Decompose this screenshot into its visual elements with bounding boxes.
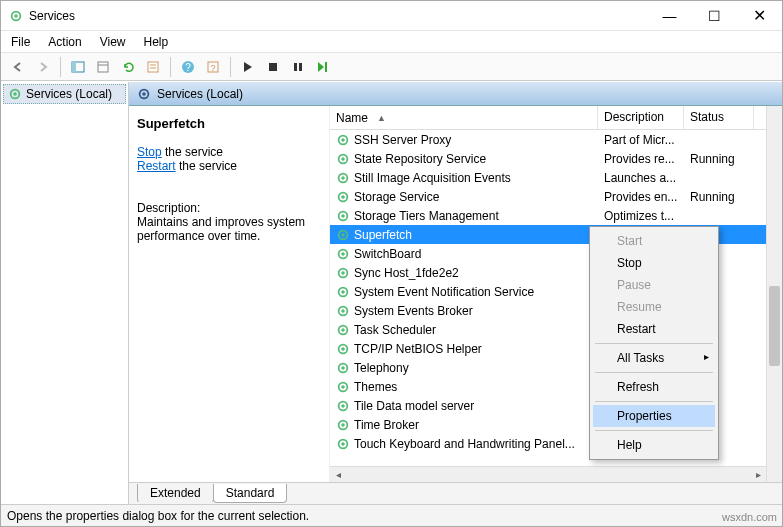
- cell-name: Task Scheduler: [354, 323, 436, 337]
- cell-description: Provides en...: [598, 190, 684, 204]
- svg-rect-14: [294, 63, 297, 71]
- svg-point-30: [341, 214, 345, 218]
- refresh-button[interactable]: [117, 56, 139, 78]
- help-button[interactable]: ?: [177, 56, 199, 78]
- cell-name: State Repository Service: [354, 152, 486, 166]
- cell-name: Sync Host_1fde2e2: [354, 266, 459, 280]
- minimize-button[interactable]: —: [647, 1, 692, 30]
- stop-suffix: the service: [162, 145, 223, 159]
- horizontal-scrollbar[interactable]: ◂ ▸: [330, 466, 766, 482]
- cell-name: System Events Broker: [354, 304, 473, 318]
- restart-service-button[interactable]: [312, 56, 334, 78]
- menubar: File Action View Help: [1, 31, 782, 53]
- svg-rect-16: [325, 62, 327, 72]
- window-title: Services: [29, 9, 75, 23]
- help2-button[interactable]: ?: [202, 56, 224, 78]
- svg-point-52: [341, 423, 345, 427]
- restart-link[interactable]: Restart: [137, 159, 176, 173]
- svg-point-24: [341, 157, 345, 161]
- selected-service-title: Superfetch: [137, 116, 319, 131]
- forward-button[interactable]: [32, 56, 54, 78]
- scroll-left-icon[interactable]: ◂: [330, 467, 346, 483]
- watermark: wsxdn.com: [722, 511, 777, 523]
- table-row[interactable]: Still Image Acquisition EventsLaunches a…: [330, 168, 782, 187]
- svg-point-1: [14, 14, 18, 18]
- tab-standard[interactable]: Standard: [213, 484, 288, 503]
- cell-name: TCP/IP NetBIOS Helper: [354, 342, 482, 356]
- status-text: Opens the properties dialog box for the …: [7, 509, 309, 523]
- pause-service-button[interactable]: [287, 56, 309, 78]
- stop-link[interactable]: Stop: [137, 145, 162, 159]
- svg-point-40: [341, 309, 345, 313]
- context-resume: Resume: [593, 296, 715, 318]
- gear-icon: [336, 247, 350, 261]
- scroll-thumb[interactable]: [769, 286, 780, 366]
- svg-point-32: [341, 233, 345, 237]
- context-stop[interactable]: Stop: [593, 252, 715, 274]
- context-properties[interactable]: Properties: [593, 405, 715, 427]
- svg-point-26: [341, 176, 345, 180]
- table-row[interactable]: Storage Tiers ManagementOptimizes t...: [330, 206, 782, 225]
- svg-point-42: [341, 328, 345, 332]
- show-hide-tree-button[interactable]: [67, 56, 89, 78]
- svg-point-48: [341, 385, 345, 389]
- cell-name: SSH Server Proxy: [354, 133, 451, 147]
- gear-icon: [336, 133, 350, 147]
- vertical-scrollbar[interactable]: [766, 106, 782, 482]
- gear-icon: [336, 380, 350, 394]
- svg-point-28: [341, 195, 345, 199]
- cell-description: Optimizes t...: [598, 209, 684, 223]
- menu-view[interactable]: View: [100, 35, 126, 49]
- menu-file[interactable]: File: [11, 35, 30, 49]
- table-row[interactable]: Storage ServiceProvides en...Running: [330, 187, 782, 206]
- export-list-button[interactable]: [92, 56, 114, 78]
- context-help[interactable]: Help: [593, 434, 715, 456]
- cell-name: SwitchBoard: [354, 247, 421, 261]
- column-description[interactable]: Description: [598, 106, 684, 129]
- cell-name: Storage Service: [354, 190, 439, 204]
- menu-help[interactable]: Help: [144, 35, 169, 49]
- column-name[interactable]: Name ▲: [330, 106, 598, 129]
- context-pause: Pause: [593, 274, 715, 296]
- close-button[interactable]: ✕: [737, 1, 782, 30]
- detail-pane: Superfetch Stop the service Restart the …: [129, 106, 329, 482]
- gear-icon: [137, 87, 151, 101]
- cell-description: Provides re...: [598, 152, 684, 166]
- gear-icon: [336, 171, 350, 185]
- cell-name: Time Broker: [354, 418, 419, 432]
- context-restart[interactable]: Restart: [593, 318, 715, 340]
- gear-icon: [336, 266, 350, 280]
- panel-header: Services (Local): [129, 82, 782, 106]
- gear-icon: [336, 190, 350, 204]
- menu-action[interactable]: Action: [48, 35, 81, 49]
- start-service-button[interactable]: [237, 56, 259, 78]
- table-row[interactable]: SSH Server ProxyPart of Micr...: [330, 130, 782, 149]
- svg-text:?: ?: [210, 63, 215, 73]
- svg-point-20: [142, 92, 146, 96]
- back-button[interactable]: [7, 56, 29, 78]
- gear-icon: [336, 152, 350, 166]
- maximize-button[interactable]: ☐: [692, 1, 737, 30]
- svg-rect-4: [98, 62, 108, 72]
- properties-button[interactable]: [142, 56, 164, 78]
- services-icon: [9, 9, 23, 23]
- svg-rect-6: [148, 62, 158, 72]
- toolbar: ? ?: [1, 53, 782, 81]
- cell-status: Running: [684, 190, 754, 204]
- svg-point-36: [341, 271, 345, 275]
- gear-icon: [8, 87, 22, 101]
- context-all-tasks[interactable]: All Tasks: [593, 347, 715, 369]
- cell-description: Launches a...: [598, 171, 684, 185]
- table-row[interactable]: State Repository ServiceProvides re...Ru…: [330, 149, 782, 168]
- tree-services-local[interactable]: Services (Local): [3, 84, 126, 104]
- scroll-right-icon[interactable]: ▸: [750, 467, 766, 483]
- tab-extended[interactable]: Extended: [137, 484, 214, 503]
- stop-service-button[interactable]: [262, 56, 284, 78]
- context-refresh[interactable]: Refresh: [593, 376, 715, 398]
- description-text: Maintains and improves system performanc…: [137, 215, 319, 243]
- tree-item-label: Services (Local): [26, 87, 112, 101]
- view-tabs: Extended Standard: [129, 482, 782, 504]
- cell-name: Themes: [354, 380, 397, 394]
- cell-name: Superfetch: [354, 228, 412, 242]
- column-status[interactable]: Status: [684, 106, 754, 129]
